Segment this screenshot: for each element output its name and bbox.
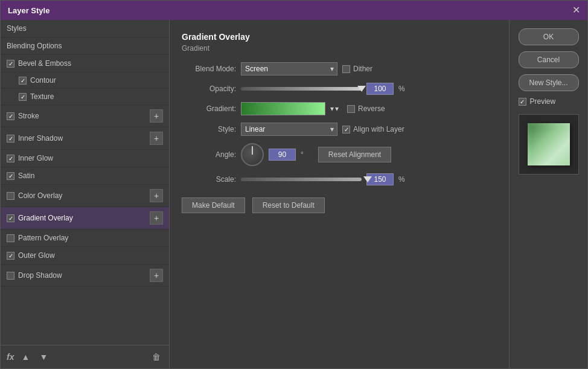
gradient-row: Gradient: ▾ Reverse — [182, 102, 497, 115]
blend-mode-select[interactable]: Screen Normal Multiply Overlay — [241, 62, 337, 75]
sidebar-item-inner-glow[interactable]: Inner Glow — [1, 150, 169, 167]
gradient-dropdown-btn[interactable]: ▾ — [330, 104, 334, 113]
dialog-body: Styles Blending Options Bevel & Emboss — [1, 20, 587, 368]
bottom-buttons: Make Default Reset to Default — [182, 197, 497, 213]
blend-mode-select-wrapper: Screen Normal Multiply Overlay — [241, 62, 337, 75]
opacity-row: Opacity: % — [182, 83, 497, 95]
section-subtitle: Gradient — [182, 44, 497, 53]
texture-checkbox[interactable] — [19, 93, 27, 101]
contour-label: Contour — [30, 76, 56, 85]
preview-checkbox[interactable] — [519, 98, 526, 106]
inner-shadow-label: Inner Shadow — [18, 134, 63, 143]
sidebar-item-styles[interactable]: Styles — [1, 20, 169, 37]
sidebar-item-satin[interactable]: Satin — [1, 167, 169, 185]
center-panel: Gradient Overlay Gradient Blend Mode: Sc… — [170, 20, 509, 368]
fx-label: fx — [7, 352, 14, 362]
blend-mode-label: Blend Mode: — [182, 65, 236, 73]
gradient-overlay-label: Gradient Overlay — [18, 214, 73, 222]
angle-dial[interactable] — [241, 143, 264, 166]
down-button[interactable]: ▼ — [37, 350, 50, 364]
preview-label: Preview — [530, 97, 556, 106]
sidebar-item-gradient-overlay[interactable]: Gradient Overlay + — [1, 207, 169, 229]
scale-label: Scale: — [182, 175, 236, 184]
gradient-overlay-checkbox[interactable] — [7, 214, 14, 222]
opacity-value[interactable] — [366, 83, 394, 95]
align-layer-label: Align with Layer — [353, 125, 404, 133]
sidebar-item-stroke[interactable]: Stroke + — [1, 105, 169, 127]
blending-options-label: Blending Options — [7, 42, 62, 50]
right-panel: OK Cancel New Style... Preview — [509, 20, 587, 368]
up-button[interactable]: ▲ — [19, 350, 32, 364]
satin-label: Satin — [18, 172, 34, 180]
gradient-picker[interactable] — [241, 102, 325, 115]
reverse-checkbox[interactable] — [347, 105, 355, 113]
bevel-emboss-label: Bevel & Emboss — [18, 59, 71, 68]
bevel-emboss-checkbox[interactable] — [7, 60, 14, 68]
sidebar-item-drop-shadow[interactable]: Drop Shadow + — [1, 265, 169, 287]
outer-glow-checkbox[interactable] — [7, 252, 14, 260]
opacity-slider[interactable] — [241, 87, 362, 91]
scale-slider[interactable] — [241, 178, 362, 181]
reset-to-default-button[interactable]: Reset to Default — [252, 197, 325, 213]
color-overlay-checkbox[interactable] — [7, 192, 14, 200]
dial-line — [252, 146, 253, 155]
close-button[interactable]: ✕ — [572, 5, 580, 15]
angle-value[interactable] — [269, 149, 296, 161]
style-select[interactable]: Linear Radial Angle Reflected Diamond — [241, 123, 337, 136]
gradient-overlay-add-button[interactable]: + — [150, 211, 163, 225]
contour-checkbox[interactable] — [19, 77, 27, 85]
styles-label: Styles — [7, 24, 27, 33]
angle-label: Angle: — [182, 150, 236, 159]
sidebar-item-inner-shadow[interactable]: Inner Shadow + — [1, 127, 169, 150]
fx-bar: fx ▲ ▼ 🗑 — [1, 345, 169, 368]
preview-thumbnail — [528, 123, 570, 165]
pattern-overlay-checkbox[interactable] — [7, 234, 14, 242]
inner-shadow-add-button[interactable]: + — [150, 132, 163, 145]
preview-row: Preview — [519, 97, 579, 106]
sidebar-item-texture[interactable]: Texture — [1, 89, 169, 105]
drop-shadow-checkbox[interactable] — [7, 272, 14, 280]
ok-button[interactable]: OK — [519, 28, 579, 45]
left-panel: Styles Blending Options Bevel & Emboss — [1, 20, 170, 368]
reset-alignment-button[interactable]: Reset Alignment — [318, 147, 391, 162]
sidebar-item-bevel-emboss[interactable]: Bevel & Emboss — [1, 55, 169, 72]
style-row: Style: Linear Radial Angle Reflected Dia… — [182, 123, 497, 136]
align-layer-row: Align with Layer — [342, 125, 404, 133]
style-select-wrapper: Linear Radial Angle Reflected Diamond — [241, 123, 337, 136]
sidebar-item-outer-glow[interactable]: Outer Glow — [1, 247, 169, 265]
reverse-label: Reverse — [358, 104, 385, 113]
sidebar-item-pattern-overlay[interactable]: Pattern Overlay — [1, 229, 169, 247]
gradient-dropdown-wrapper: ▾ — [330, 104, 342, 113]
scale-row: Scale: % — [182, 173, 497, 185]
color-overlay-add-button[interactable]: + — [150, 189, 163, 202]
make-default-button[interactable]: Make Default — [182, 197, 245, 213]
dialog-title: Layer Style — [8, 6, 50, 15]
new-style-button[interactable]: New Style... — [519, 74, 579, 91]
color-overlay-label: Color Overlay — [18, 191, 62, 200]
cancel-button[interactable]: Cancel — [519, 51, 579, 68]
drop-shadow-label: Drop Shadow — [18, 271, 62, 280]
layer-style-dialog: Layer Style ✕ Styles Blending Options — [0, 0, 588, 369]
sidebar-item-contour[interactable]: Contour — [1, 72, 169, 89]
trash-button[interactable]: 🗑 — [150, 350, 163, 364]
inner-shadow-checkbox[interactable] — [7, 135, 14, 143]
dither-label: Dither — [353, 65, 372, 73]
dither-checkbox[interactable] — [342, 65, 350, 73]
stroke-checkbox[interactable] — [7, 112, 14, 120]
texture-label: Texture — [30, 92, 54, 101]
stroke-add-button[interactable]: + — [150, 109, 163, 123]
drop-shadow-add-button[interactable]: + — [150, 269, 163, 282]
preview-box — [519, 114, 579, 175]
sidebar-item-color-overlay[interactable]: Color Overlay + — [1, 185, 169, 207]
pattern-overlay-label: Pattern Overlay — [18, 234, 68, 242]
opacity-slider-thumb — [357, 86, 366, 92]
angle-row: Angle: ° Reset Alignment — [182, 143, 497, 166]
sidebar-item-blending-options[interactable]: Blending Options — [1, 37, 169, 55]
style-label: Style: — [182, 125, 236, 133]
inner-glow-checkbox[interactable] — [7, 155, 14, 162]
align-layer-checkbox[interactable] — [342, 126, 350, 133]
satin-checkbox[interactable] — [7, 172, 14, 180]
dither-row: Dither — [342, 65, 372, 73]
reverse-row: Reverse — [347, 104, 385, 113]
scale-unit: % — [398, 175, 405, 184]
